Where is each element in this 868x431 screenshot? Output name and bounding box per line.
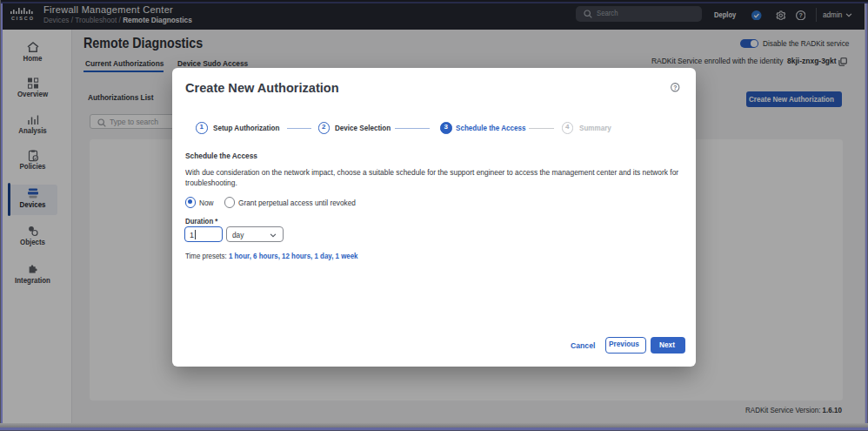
- svg-text:?: ?: [673, 84, 677, 91]
